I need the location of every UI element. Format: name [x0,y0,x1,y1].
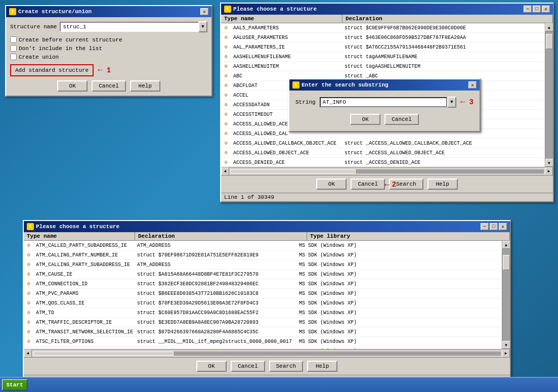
maximize-btn-bottom[interactable]: □ [490,223,498,230]
list-row[interactable]: ⚙ATM_PVC_PARAMSstruct $B6EEE8D038543T721… [24,289,502,298]
list-row[interactable]: ⚙ATM_CAUSE_IEstruct $A815A68A66448D8BF4E… [24,270,502,279]
taskbar: Start [0,377,558,392]
struct-icon: ⚙ [221,110,231,118]
struct-icon: ⚙ [221,53,231,61]
list-row[interactable]: ⚙ATM_TRAFFIC_DESCRIPTOR_IEstruct $E3EDD7… [24,318,502,327]
dont-include-checkbox[interactable] [10,45,17,52]
close-btn-bottom[interactable]: ✕ [499,223,507,230]
list-header-top: Type name Declaration [221,15,553,23]
struct-icon: ⚙ [24,270,34,278]
hscrollbar-bottom[interactable]: ◄ ► [24,349,510,357]
list-row[interactable]: ⚙ATM_CALLING_PARTY_SUBADDRESS_IEATM_ADDR… [24,260,502,270]
scroll-thumb-top[interactable] [546,34,553,49]
list-row[interactable]: ⚙ACCESS_DENIED_ACEstruct _ACCESS_DENIED_… [221,158,545,167]
struct-icon: ⚙ [24,241,34,249]
struct-icon: ⚙ [221,158,231,166]
minimize-btn-bottom[interactable]: ─ [481,223,489,230]
list-row[interactable]: ⚙ATM_CONNECTION_IDstruct $362ECF3E0DC928… [24,279,502,289]
structure-name-input[interactable] [60,22,198,32]
create-before-checkbox-row: Create before current structure [10,36,207,43]
create-union-checkbox-row: Create union [10,54,207,60]
vscrollbar-bottom[interactable]: ▲ ▼ [502,241,510,349]
search-dialog-window: t Enter the search substring ✕ String ▼ … [288,78,481,132]
create-union-checkbox[interactable] [10,54,17,60]
list-row[interactable]: ⚙ATM_TDstruct $C60E957D81AACC99A9C8D1688… [24,308,502,318]
scroll-up-top[interactable]: ▲ [545,23,553,31]
ok-btn-search[interactable]: OK [350,114,380,125]
struct-icon: ⚙ [221,129,231,138]
list-row[interactable]: ⚙ATSC_FILTER_OPTIONSstruct __MIDL__MIDL_… [24,337,502,346]
list-row[interactable]: ⚙AASHELLMENUFILENAMEstruct tagAAMENUFILE… [221,52,545,62]
struct-icon: ⚙ [221,33,231,41]
vscrollbar-top[interactable]: ▲ ▼ [545,23,553,167]
create-structure-title: Create structure/union [18,9,92,15]
annotation-label-3: 3 [469,98,474,106]
struct-icon: ⚙ [24,289,34,297]
minimize-btn-top[interactable]: ─ [524,6,532,13]
search-title: Enter the search substring [302,82,389,88]
list-row[interactable]: ⚙AAL_PARAMETERS_IEstruct $A76CC2155A7913… [221,42,545,52]
scroll-track-bottom[interactable] [502,249,510,341]
structure-list-bottom[interactable]: ⚙ATM_CALLED_PARTY_SUBADDRESS_IEATM_ADDRE… [24,241,502,349]
scroll-down-bottom[interactable]: ▼ [502,341,510,349]
close-btn-top[interactable]: ✕ [542,6,550,13]
hscrollbar-top[interactable]: ◄ ► [221,167,553,175]
struct-icon: ⚙ [221,43,231,51]
cancel-button-create[interactable]: Cancel [92,80,126,92]
search-btn-top[interactable]: Search [389,179,423,190]
list-row[interactable]: ⚙ATM_QOS_CLASS_IEstruct $70FE3ED39A29D56… [24,298,502,308]
struct-icon: ⚙ [24,337,34,345]
scroll-track-top[interactable] [545,31,553,159]
col-type-bottom: Type name [24,232,135,240]
struct-icon: ⚙ [221,149,231,157]
list-row[interactable]: ⚙AASHELLMENUITEMstruct tagAASHELLMENUITE… [221,62,545,71]
help-btn-bottom[interactable]: Help [307,361,337,372]
list-row[interactable]: ⚙AALUSER_PARAMETERSstruct $463E06C868FD5… [221,33,545,42]
start-button[interactable]: Start [2,379,27,390]
list-row[interactable]: ⚙ACCESS_ALLOWED_CALLBACK_OBJECT_ACEstruc… [221,139,545,148]
ok-btn-top[interactable]: OK [316,179,347,190]
scroll-left-bottom[interactable]: ◄ [24,350,32,358]
help-btn-top[interactable]: Help [427,179,458,190]
scroll-right-bottom[interactable]: ► [502,350,510,358]
scroll-thumb-bottom[interactable] [503,255,510,270]
ok-button-create[interactable]: OK [57,80,88,92]
list-row[interactable]: ⚙AAL5_PARAMETERSstruct $C0E9FF9F6B7B062E… [221,23,545,33]
scroll-right-top[interactable]: ► [545,167,553,176]
help-button-create[interactable]: Help [130,80,160,92]
ok-btn-bottom[interactable]: OK [196,361,227,372]
struct-icon: ⚙ [24,280,34,288]
list-row[interactable]: ⚙ATM_CALLED_PARTY_SUBADDRESS_IEATM_ADDRE… [24,241,502,250]
close-button[interactable]: ✕ [200,8,208,15]
add-standard-button[interactable]: Add standard structure [10,64,94,76]
cancel-btn-top[interactable]: Cancel [351,179,385,190]
search-titlebar: t Enter the search substring ✕ [289,79,480,91]
search-string-dropdown[interactable]: ▼ [447,97,456,108]
struct-icon: ⚙ [221,101,231,109]
struct-icon: ⚙ [24,309,34,317]
maximize-btn-top[interactable]: □ [533,6,541,13]
hscroll-thumb-top[interactable] [230,169,356,173]
search-string-input[interactable] [320,97,447,107]
create-structure-window: t Create structure/union ✕ Structure nam… [5,5,212,97]
struct-icon: ⚙ [221,24,231,32]
annotation-arrow-1: ← [98,66,103,75]
list-row[interactable]: ⚙ATM_CALLING_PARTY_NUMBER_IEstruct $70EF… [24,250,502,260]
struct-icon: ⚙ [24,318,34,326]
cancel-btn-search[interactable]: Cancel [384,114,419,125]
create-before-checkbox[interactable] [10,36,17,43]
list-row[interactable]: ⚙ATM_TRANSIT_NETWORK_SELECTION_IEstruct … [24,327,502,337]
structure-name-dropdown[interactable]: ▼ [198,21,207,32]
scroll-left-top[interactable]: ◄ [221,167,229,176]
list-row[interactable]: ⚙ACCESS_ALLOWED_OBJECT_ACEstruct _ACCESS… [221,148,545,158]
choose-bottom-titlebar: t Please choose a structure ─ □ ✕ [24,221,510,232]
struct-icon: ⚙ [221,120,231,128]
create-before-label: Create before current structure [19,37,122,43]
list-header-bottom: Type name Declaration Type library [24,232,510,241]
hscroll-thumb-bottom[interactable] [33,352,174,356]
scroll-up-bottom[interactable]: ▲ [502,241,510,249]
scroll-down-top[interactable]: ▼ [545,159,553,167]
close-btn-search[interactable]: ✕ [468,81,477,89]
search-btn-bottom[interactable]: Search [269,361,304,372]
cancel-btn-bottom[interactable]: Cancel [231,361,265,372]
